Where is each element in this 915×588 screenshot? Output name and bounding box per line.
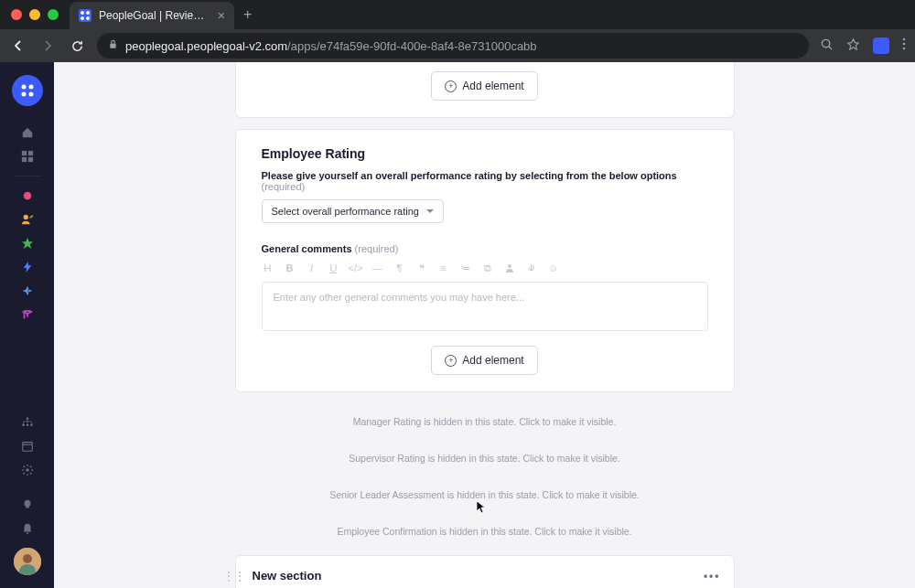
rating-select[interactable]: Select overall performance rating [262, 199, 444, 223]
svg-point-22 [26, 423, 28, 426]
editor-toolbar: H B I U </> — ¶ ❝ ≡ ≔ ⧉ ☺ [262, 262, 708, 274]
drag-handle-icon[interactable]: ⋮⋮ [223, 570, 245, 583]
sidebar-item-5-icon[interactable] [0, 279, 54, 303]
hidden-section-message[interactable]: Supervisor Rating is hidden in this stat… [235, 440, 735, 476]
lightbulb-icon[interactable] [0, 493, 54, 517]
comments-placeholder: Enter any other general comments you may… [274, 292, 525, 303]
new-section-title[interactable]: New section [253, 569, 322, 583]
hidden-section-message[interactable]: Manager Rating is hidden in this state. … [235, 403, 735, 440]
hidden-section-message[interactable]: Employee Confirmation is hidden in this … [235, 513, 735, 550]
window-close-button[interactable] [11, 9, 22, 20]
quote-icon[interactable]: ❝ [415, 262, 428, 274]
addressbar: peoplegoal.peoplegoal-v2.com/apps/e74fa5… [0, 29, 915, 62]
sidebar-item-1-icon[interactable] [0, 184, 54, 208]
para-icon[interactable]: ¶ [393, 262, 406, 274]
empty-state: Nothing to show [236, 583, 734, 588]
svg-point-7 [903, 38, 906, 41]
main-content: + Add element Employee Rating Please giv… [54, 62, 915, 588]
new-section-card: ⋮⋮ New section ••• Nothing to show [235, 555, 735, 588]
calendar-icon[interactable] [0, 434, 54, 458]
chevron-down-icon [426, 209, 434, 213]
tab-favicon-icon [79, 9, 92, 22]
address-actions [820, 37, 906, 55]
code-icon[interactable]: </> [350, 262, 362, 274]
home-icon[interactable] [0, 121, 54, 144]
rating-select-placeholder: Select overall performance rating [272, 206, 419, 217]
svg-point-5 [822, 39, 829, 47]
svg-point-28 [23, 554, 32, 563]
back-button[interactable] [9, 37, 27, 55]
svg-rect-17 [27, 157, 32, 162]
svg-point-18 [23, 215, 27, 219]
browser-chrome: PeopleGoal | Reviews (Multiple × + peopl… [0, 0, 915, 62]
employee-rating-card: Employee Rating Please give yourself an … [235, 129, 735, 392]
app: + Add element Employee Rating Please giv… [0, 62, 915, 588]
tab-title: PeopleGoal | Reviews (Multiple [99, 9, 210, 22]
search-icon[interactable] [820, 37, 834, 55]
svg-point-10 [21, 85, 26, 90]
svg-point-8 [903, 43, 906, 46]
add-element-button[interactable]: + Add element [431, 71, 537, 101]
new-tab-button[interactable]: + [243, 6, 252, 23]
svg-point-2 [81, 16, 84, 20]
heading-icon[interactable]: H [262, 262, 274, 274]
sidebar-item-6-icon[interactable] [0, 303, 54, 326]
emoji-icon[interactable]: ☺ [547, 262, 560, 274]
sidebar-item-2-icon[interactable] [0, 208, 54, 231]
number-list-icon[interactable]: ≔ [459, 262, 472, 274]
add-element-button[interactable]: + Add element [431, 346, 537, 375]
titlebar: PeopleGoal | Reviews (Multiple × + [0, 0, 915, 29]
svg-point-26 [26, 468, 29, 472]
url-path: /apps/e74fa59e-90fd-400e-8af4-8e731000ca… [287, 39, 537, 53]
hr-icon[interactable]: — [371, 262, 384, 274]
bold-icon[interactable]: B [284, 262, 296, 274]
grid-icon[interactable] [0, 144, 54, 168]
browser-menu-icon[interactable] [902, 37, 906, 54]
sidebar [0, 62, 54, 588]
comments-label: General comments (required) [262, 243, 708, 254]
url-host: peoplegoal.peoplegoal-v2.com [125, 39, 287, 53]
window-maximize-button[interactable] [48, 9, 59, 20]
svg-rect-24 [22, 443, 32, 452]
section-title: Employee Rating [262, 146, 708, 161]
bookmark-icon[interactable] [846, 37, 860, 55]
hidden-section-message[interactable]: Senior Leader Assessment is hidden in th… [235, 476, 735, 513]
user-avatar[interactable] [14, 548, 41, 575]
url-bar[interactable]: peoplegoal.peoplegoal-v2.com/apps/e74fa5… [97, 33, 809, 59]
required-label: (required) [262, 181, 306, 192]
forward-button[interactable] [38, 37, 57, 55]
svg-point-13 [28, 92, 33, 97]
add-element-label: Add element [462, 80, 523, 92]
svg-rect-15 [27, 151, 32, 155]
sidebar-item-3-icon[interactable] [0, 231, 54, 255]
plus-circle-icon: + [445, 355, 457, 367]
tab-close-icon[interactable]: × [218, 8, 225, 23]
mention-icon[interactable] [503, 262, 516, 274]
prev-section-card: + Add element [235, 62, 735, 118]
sidebar-divider [14, 176, 41, 176]
comments-textarea[interactable]: Enter any other general comments you may… [262, 282, 708, 331]
svg-point-30 [508, 264, 511, 268]
settings-icon[interactable] [0, 458, 54, 482]
plus-circle-icon: + [445, 80, 457, 92]
extension-icon[interactable] [873, 37, 889, 54]
italic-icon[interactable]: I [306, 262, 318, 274]
bullet-list-icon[interactable]: ≡ [437, 262, 450, 274]
link-icon[interactable]: ⧉ [481, 262, 494, 274]
app-logo-icon[interactable] [12, 75, 43, 106]
attachment-icon[interactable] [525, 262, 538, 274]
required-label: (required) [355, 243, 399, 254]
reload-button[interactable] [68, 37, 86, 55]
window-controls [11, 9, 59, 20]
browser-tab[interactable]: PeopleGoal | Reviews (Multiple × [70, 2, 234, 29]
svg-point-23 [30, 423, 33, 426]
org-icon[interactable] [0, 411, 54, 434]
svg-rect-16 [21, 157, 26, 162]
window-minimize-button[interactable] [29, 9, 40, 20]
url-text: peoplegoal.peoplegoal-v2.com/apps/e74fa5… [125, 39, 537, 53]
svg-rect-14 [21, 151, 26, 155]
underline-icon[interactable]: U [328, 262, 340, 274]
more-menu-icon[interactable]: ••• [704, 570, 721, 583]
sidebar-item-4-icon[interactable] [0, 255, 54, 279]
bell-icon[interactable] [0, 517, 54, 540]
